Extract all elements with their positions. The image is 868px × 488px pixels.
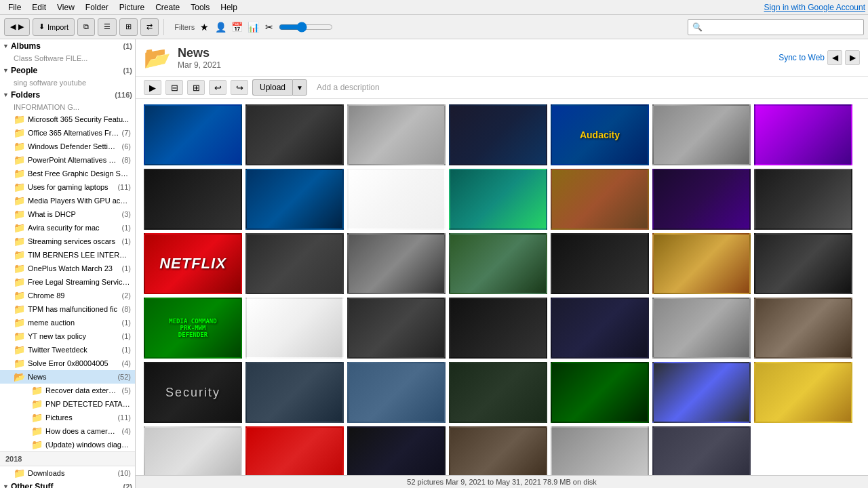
- sidebar-section-other[interactable]: ▼ Other Stuff (2): [0, 480, 135, 488]
- photo-thumb-41[interactable]: [652, 426, 751, 475]
- sidebar-gaming-laptops[interactable]: 📁 Uses for gaming laptops (11): [0, 180, 135, 194]
- photo-thumb-15[interactable]: NETFLIX: [144, 233, 242, 294]
- photo-thumb-4[interactable]: [449, 104, 547, 165]
- sidebar-yt-tax[interactable]: 📁 YT new tax policy (1): [0, 329, 135, 343]
- photo-thumb-20[interactable]: [652, 233, 751, 294]
- photo-thumb-40[interactable]: [551, 426, 649, 475]
- photo-thumb-25[interactable]: [449, 298, 547, 359]
- photo-thumb-30[interactable]: [245, 362, 344, 423]
- search-box[interactable]: 🔍: [688, 19, 864, 35]
- sidebar-ms365-security[interactable]: 📁 Microsoft 365 Security Featu...: [0, 113, 135, 126]
- photo-thumb-5[interactable]: Audacity: [551, 104, 649, 165]
- import-button[interactable]: ⬇ Import: [33, 18, 75, 36]
- menu-file[interactable]: File: [3, 1, 26, 14]
- grid-button[interactable]: ⊞: [187, 80, 205, 95]
- sidebar-chrome[interactable]: 📁 Chrome 89 (2): [0, 289, 135, 302]
- sidebar-info-item[interactable]: INFORMATION G...: [0, 102, 135, 113]
- sidebar-media-players[interactable]: 📁 Media Players With GPU accel...: [0, 194, 135, 207]
- sidebar-tpm[interactable]: 📁 TPM has malfuncitioned fic (8): [0, 302, 135, 316]
- organize-button[interactable]: ⧉: [77, 18, 95, 36]
- upload-main-button[interactable]: Upload: [252, 79, 292, 96]
- filter-star[interactable]: ★: [197, 20, 211, 34]
- sidebar-windiag[interactable]: 📁 (Update) windows diagnostic t...: [0, 438, 135, 451]
- photo-thumb-29[interactable]: Security: [144, 362, 242, 423]
- photo-thumb-28[interactable]: [754, 298, 852, 359]
- photo-thumb-18[interactable]: [449, 233, 547, 294]
- sidebar-windows-defender[interactable]: 📁 Windows Defender Settings (6): [0, 140, 135, 153]
- sidebar-section-people[interactable]: ▼ People (1): [0, 64, 135, 77]
- sidebar-office365[interactable]: 📁 Office 365 Alternatives Free (7): [0, 126, 135, 140]
- photo-thumb-36[interactable]: [144, 426, 242, 475]
- filter-chart[interactable]: 📊: [246, 20, 260, 34]
- filter-calendar[interactable]: 📅: [230, 20, 243, 34]
- photo-thumb-2[interactable]: [245, 104, 344, 165]
- back-forward-btn[interactable]: ◀ ▶: [4, 18, 30, 36]
- photo-thumb-38[interactable]: [347, 426, 446, 475]
- search-input[interactable]: [705, 22, 859, 32]
- sidebar-camera[interactable]: 📁 How does a camera work (4): [0, 424, 135, 438]
- menu-edit[interactable]: Edit: [26, 1, 52, 14]
- sidebar-graphic-design[interactable]: 📁 Best Free Graphic Design Sof...: [0, 167, 135, 180]
- photo-thumb-34[interactable]: [652, 362, 751, 423]
- sidebar-dhcp[interactable]: 📁 What is DHCP (3): [0, 207, 135, 221]
- photo-thumb-26[interactable]: [551, 298, 649, 359]
- menu-folder[interactable]: Folder: [80, 1, 114, 14]
- photo-thumb-10[interactable]: [347, 169, 446, 230]
- switch-button[interactable]: ⇄: [140, 18, 159, 36]
- photo-thumb-11[interactable]: [449, 169, 547, 230]
- nav-prev-btn[interactable]: ◀: [827, 50, 842, 65]
- slideshow-button[interactable]: ⊟: [165, 80, 183, 95]
- sidebar-oneplus[interactable]: 📁 OnePlus Watch March 23 (1): [0, 262, 135, 275]
- back-button[interactable]: ↩: [209, 80, 226, 95]
- photo-thumb-1[interactable]: [144, 104, 242, 165]
- photo-thumb-39[interactable]: [449, 426, 547, 475]
- sidebar-solve-error[interactable]: 📁 Solve Error 0x80004005 (4): [0, 357, 135, 370]
- photo-thumb-24[interactable]: [347, 298, 446, 359]
- photo-thumb-9[interactable]: [245, 169, 344, 230]
- menu-help[interactable]: Help: [215, 1, 243, 14]
- photo-thumb-16[interactable]: [245, 233, 344, 294]
- photo-thumb-7[interactable]: [754, 104, 852, 165]
- photo-thumb-35[interactable]: [754, 362, 852, 423]
- sign-in-link[interactable]: Sign in with Google Account: [764, 3, 865, 12]
- menu-view[interactable]: View: [52, 1, 80, 14]
- sidebar-section-albums[interactable]: ▼ Albums (1): [0, 39, 135, 53]
- sidebar-people-item[interactable]: sing software youtube: [0, 77, 135, 88]
- sidebar-section-folders[interactable]: ▼ Folders (116): [0, 88, 135, 102]
- nav-next-btn[interactable]: ▶: [845, 50, 860, 65]
- photo-thumb-14[interactable]: [754, 169, 852, 230]
- menu-create[interactable]: Create: [150, 1, 185, 14]
- sidebar-free-legal[interactable]: 📁 Free Legal Streaming Services...: [0, 275, 135, 289]
- photo-thumb-12[interactable]: [551, 169, 649, 230]
- play-button[interactable]: ▶: [144, 80, 161, 95]
- photo-thumb-6[interactable]: [652, 104, 751, 165]
- sidebar-recover[interactable]: 📁 Recover data external hdd (5): [0, 384, 135, 397]
- photo-thumb-13[interactable]: [652, 169, 751, 230]
- view-detail-button[interactable]: ⊞: [119, 18, 138, 36]
- photo-thumb-32[interactable]: [449, 362, 547, 423]
- sidebar-powerpoint[interactable]: 📁 PowerPoint Alternatives Free (8): [0, 153, 135, 167]
- menu-tools[interactable]: Tools: [185, 1, 215, 14]
- photo-thumb-21[interactable]: [754, 233, 852, 294]
- filter-scissors[interactable]: ✂: [262, 20, 276, 34]
- view-list-button[interactable]: ☰: [98, 18, 117, 36]
- sidebar-twitter[interactable]: 📁 Twitter Tweetdeck (1): [0, 343, 135, 357]
- sidebar-pnp[interactable]: 📁 PNP DETECTED FATAL ER...: [0, 397, 135, 411]
- sidebar-meme[interactable]: 📁 meme auction (1): [0, 316, 135, 329]
- photo-thumb-37[interactable]: [245, 426, 344, 475]
- sync-to-web-button[interactable]: Sync to Web: [778, 53, 825, 62]
- photo-thumb-8[interactable]: [144, 169, 242, 230]
- sidebar-avira[interactable]: 📁 Avira security for mac (1): [0, 221, 135, 235]
- forward-button[interactable]: ↪: [231, 80, 248, 95]
- menu-picture[interactable]: Picture: [114, 1, 150, 14]
- add-description-text[interactable]: Add a description: [317, 83, 380, 92]
- upload-dropdown-button[interactable]: ▼: [292, 79, 307, 96]
- photo-thumb-19[interactable]: [551, 233, 649, 294]
- photo-thumb-31[interactable]: [347, 362, 446, 423]
- photo-thumb-23[interactable]: [245, 298, 344, 359]
- size-slider[interactable]: [279, 22, 333, 33]
- photo-thumb-22[interactable]: MEDIA COMMAND PRK-MWM DEFENDER: [144, 298, 242, 359]
- photo-thumb-27[interactable]: [652, 298, 751, 359]
- sidebar-albums-item[interactable]: Class Software FILE...: [0, 53, 135, 64]
- filter-people[interactable]: 👤: [214, 20, 227, 34]
